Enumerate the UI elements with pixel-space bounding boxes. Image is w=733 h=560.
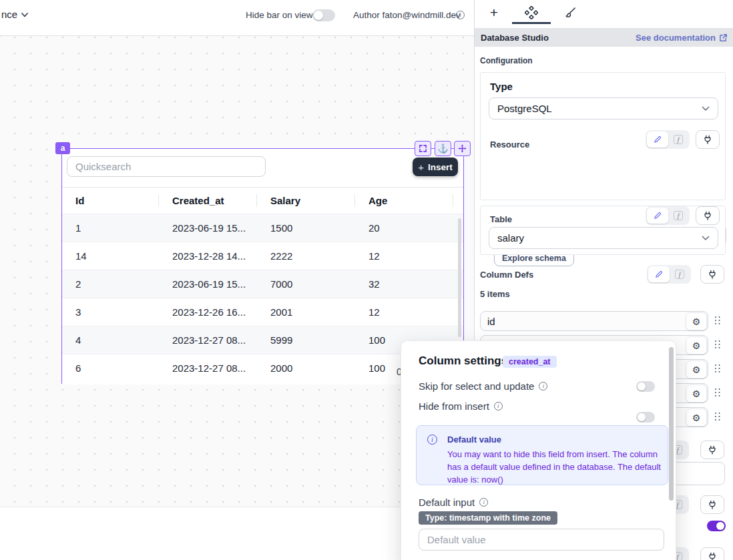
insert-button-label: Insert: [428, 162, 453, 172]
hide-from-insert-toggle[interactable]: [636, 412, 655, 423]
table-cell: 2023-12-26 16...: [159, 306, 257, 318]
insert-button[interactable]: + Insert: [413, 158, 458, 176]
anchor-icon: ⚓: [437, 144, 448, 154]
author-info-icon[interactable]: i: [456, 11, 465, 19]
connect-input-button[interactable]: [700, 265, 724, 284]
hide-label-text: Hide from insert: [419, 400, 489, 412]
table-cell: 2023-12-27 08...: [159, 334, 257, 346]
table-row[interactable]: 3 2023-12-26 16... 2001 12: [62, 298, 463, 326]
connect-input-button[interactable]: [700, 495, 724, 514]
plug-icon: [708, 500, 717, 509]
tab-styling[interactable]: [563, 5, 577, 20]
connect-input-button[interactable]: [696, 130, 720, 149]
table-mode-switch: f: [646, 206, 690, 225]
table-row[interactable]: 1 2023-06-19 15... 1500 20: [62, 214, 463, 242]
table-row[interactable]: 2 2023-06-19 15... 7000 32: [62, 270, 463, 298]
popup-scrollbar[interactable]: [669, 347, 674, 501]
table-select-value: salary: [497, 232, 524, 244]
toggle-knob: [716, 522, 724, 530]
drag-handle[interactable]: [715, 316, 720, 325]
move-icon: [458, 144, 467, 153]
toggle-knob: [638, 413, 646, 421]
static-mode-button[interactable]: [647, 208, 668, 224]
skip-select-update-toggle[interactable]: [636, 381, 655, 392]
default-value-info-box: i Default value You may want to hide thi…: [416, 425, 668, 485]
table-cell: 2023-06-19 15...: [159, 222, 257, 234]
table-row[interactable]: 14 2023-12-28 14... 2222 12: [62, 242, 463, 270]
plus-icon: +: [418, 162, 424, 173]
column-settings-gear-button[interactable]: ⚙: [686, 360, 707, 378]
component-diamonds-icon: [525, 6, 538, 19]
static-mode-button[interactable]: [647, 131, 668, 148]
table-cell: 2: [62, 278, 159, 290]
table-cell: 14: [62, 250, 159, 262]
drag-handle[interactable]: [715, 412, 720, 421]
table-scrollbar[interactable]: [458, 218, 461, 337]
column-header[interactable]: Age: [355, 188, 453, 214]
tab-component-settings[interactable]: [524, 5, 539, 20]
column-header[interactable]: Created_at: [159, 188, 257, 214]
column-def-item-id[interactable]: id: [480, 311, 708, 331]
default-input-label: Default input i: [419, 497, 488, 508]
type-select[interactable]: PostgreSQL: [489, 97, 718, 119]
static-mode-button[interactable]: [648, 266, 670, 282]
paintbrush-icon: [564, 7, 577, 19]
column-settings-gear-button[interactable]: ⚙: [686, 384, 707, 402]
type-select-value: PostgreSQL: [497, 103, 552, 114]
function-icon: f: [675, 270, 684, 279]
info-icon[interactable]: i: [539, 382, 547, 390]
eval-mode-button[interactable]: f: [670, 209, 687, 222]
table-cell: 2222: [257, 250, 355, 262]
column-name-badge: created_at: [503, 356, 557, 368]
items-count-label: 5 items: [480, 289, 510, 299]
author-label: Author faton@windmill.dev: [353, 10, 461, 20]
column-settings-gear-button[interactable]: ⚙: [686, 336, 707, 354]
table-cell: 3: [62, 306, 159, 318]
info-icon[interactable]: i: [479, 498, 488, 507]
plug-icon: [703, 135, 712, 144]
resource-mode-switch: f: [646, 130, 690, 149]
quicksearch-input[interactable]: [67, 156, 266, 177]
column-settings-popup: Column settings created_at Skip for sele…: [401, 340, 676, 560]
toggle-knob: [314, 11, 323, 20]
see-documentation-link[interactable]: See documentation: [636, 33, 728, 43]
add-component-tab[interactable]: +: [487, 5, 501, 20]
app-name-dropdown[interactable]: [20, 10, 32, 22]
drag-handle[interactable]: [715, 388, 720, 397]
connect-input-button[interactable]: [700, 547, 724, 560]
anchor-component-button[interactable]: ⚓: [435, 141, 451, 156]
plug-icon: [708, 552, 717, 560]
panel-title: Database Studio: [481, 33, 549, 43]
chevron-down-icon: [702, 236, 710, 241]
table-select[interactable]: salary: [489, 227, 718, 249]
plug-icon: [708, 270, 717, 279]
table-cell: 2023-06-19 15...: [159, 278, 257, 290]
table-cell: 6: [62, 362, 159, 374]
hide-bar-label: Hide bar on view: [246, 10, 313, 20]
table-group: Table f salary: [480, 206, 726, 255]
connect-input-button[interactable]: [696, 206, 720, 225]
skip-label-text: Skip for select and update: [419, 380, 534, 392]
info-icon[interactable]: i: [494, 402, 503, 410]
function-icon: f: [674, 135, 682, 144]
hide-bar-toggle[interactable]: [312, 9, 335, 21]
eval-mode-button[interactable]: f: [671, 268, 688, 281]
column-header[interactable]: Salary: [257, 188, 355, 214]
expand-component-button[interactable]: [415, 141, 431, 156]
drag-handle[interactable]: [715, 364, 720, 373]
column-header[interactable]: Id: [62, 188, 159, 214]
eval-mode-button[interactable]: f: [670, 133, 687, 146]
type-label: Type: [490, 81, 513, 92]
column-settings-gear-button[interactable]: ⚙: [686, 312, 707, 330]
plug-icon: [708, 445, 717, 455]
connection-group: Type PostgreSQL Resource f u/faton/bliss…: [480, 72, 726, 200]
drag-handle[interactable]: [715, 340, 720, 349]
configuration-section-label: Configuration: [480, 56, 533, 65]
property-toggle-on[interactable]: [707, 521, 726, 531]
move-component-button[interactable]: [454, 141, 471, 156]
function-icon: f: [674, 211, 682, 220]
table-cell: 12: [355, 250, 453, 262]
connect-input-button[interactable]: [700, 441, 724, 459]
column-settings-gear-button[interactable]: ⚙: [686, 408, 707, 427]
default-value-input[interactable]: [419, 529, 664, 551]
